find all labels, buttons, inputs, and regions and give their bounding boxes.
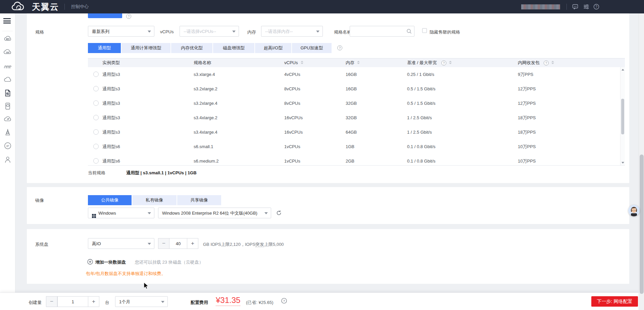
page-scrollbar[interactable]: [639, 13, 644, 310]
image-service-icon[interactable]: [3, 89, 12, 97]
tab-compute-enhanced[interactable]: 通用计算增强型: [121, 43, 170, 53]
count-plus-button[interactable]: +: [88, 296, 99, 307]
row-radio[interactable]: [93, 100, 99, 106]
table-row-6[interactable]: 通用型s6 s6.small.1 1vCPUs 1GB 0.1 / 0.8 Gb…: [88, 139, 625, 154]
cell-pps: 12万PPS: [518, 96, 536, 110]
col-spec-name: 规格名称: [194, 58, 211, 67]
vcpus-dropdown[interactable]: --请选择vCPUs--: [180, 26, 239, 37]
cloud-server-icon[interactable]: [3, 34, 12, 43]
elastic-scaling-icon[interactable]: [3, 61, 12, 70]
windows-logo-icon: [92, 211, 96, 215]
sort-bandwidth-icon[interactable]: [449, 61, 452, 64]
os-dropdown[interactable]: Windows: [88, 208, 154, 218]
tab-gpu-accelerated[interactable]: GPU加速型: [292, 43, 332, 53]
row-radio[interactable]: [93, 158, 99, 164]
disk-size-plus-button[interactable]: +: [187, 238, 198, 249]
spec-name-search-input[interactable]: [350, 26, 414, 37]
scroll-up-icon[interactable]: [622, 69, 624, 71]
cell-name: s3.4xlarge.2: [194, 110, 217, 125]
help-icon[interactable]: ?: [593, 4, 599, 10]
bandwidth-help-icon[interactable]: ?: [441, 60, 446, 65]
cloud-transfer-icon[interactable]: [3, 115, 12, 124]
cell-memory: 16GB: [346, 82, 357, 96]
pps-help-icon[interactable]: ?: [544, 60, 549, 65]
dedicated-host-icon[interactable]: [3, 128, 12, 137]
table-row-2[interactable]: 通用型s3 s3.2xlarge.2 8vCPUs 16GB 0.5 / 1.5…: [88, 82, 625, 96]
table-row-5[interactable]: 通用型s3 s3.4xlarge.4 16vCPUs 64GB 1 / 2.5 …: [88, 125, 625, 140]
cell-memory: 2GB: [346, 154, 354, 166]
refresh-icon[interactable]: [276, 210, 282, 217]
spec-name-label: 规格名称: [334, 29, 351, 35]
image-version-dropdown[interactable]: Windows 2008 Enterprise R2 64位 中文版(40GB): [158, 208, 271, 218]
billing-mode-selected-button-partial[interactable]: [88, 13, 122, 18]
bottom-action-bar: 创建量 − + 台 1个月 配置费用 ¥31.35 (已省: ¥25.65) ?…: [0, 293, 644, 310]
duration-dropdown[interactable]: 1个月: [115, 296, 168, 307]
svg-text:?: ?: [283, 299, 285, 303]
page-scrollbar-thumb[interactable]: [640, 154, 644, 294]
sort-memory-icon[interactable]: [357, 61, 360, 64]
sidebar-divider: [2, 31, 13, 31]
table-row-3[interactable]: 通用型s3 s3.2xlarge.4 8vCPUs 32GB 0.5 / 1.5…: [88, 96, 625, 111]
ctyun-logo-icon[interactable]: [10, 2, 28, 13]
table-row-4[interactable]: 通用型s3 s3.4xlarge.2 16vCPUs 32GB 1 / 2.5 …: [88, 110, 625, 125]
billing-help-icon[interactable]: ?: [126, 14, 131, 19]
elastic-ip-icon[interactable]: IP: [3, 141, 12, 150]
cloud-icon[interactable]: [3, 75, 12, 84]
cell-name: s3.2xlarge.2: [194, 82, 217, 96]
svg-text:IP: IP: [6, 144, 9, 148]
search-icon[interactable]: [406, 29, 412, 35]
count-input[interactable]: [57, 296, 88, 307]
tab-shared-image[interactable]: 共享镜像: [177, 195, 221, 205]
tab-general[interactable]: 通用型: [88, 43, 121, 53]
next-step-button[interactable]: 下一步: 网络配置: [591, 296, 638, 307]
table-scrollbar-thumb[interactable]: [621, 99, 624, 134]
row-radio[interactable]: [93, 86, 99, 91]
console-center-link[interactable]: 控制中心: [71, 0, 89, 13]
add-disk-hint: 您还可以挂载 23 块磁盘（云硬盘）: [135, 259, 203, 265]
series-dropdown[interactable]: 最新系列: [88, 26, 154, 37]
left-sidebar: IP: [0, 13, 15, 310]
count-minus-button[interactable]: −: [46, 296, 57, 307]
account-name-redacted[interactable]: [521, 4, 560, 9]
tab-disk-enhanced[interactable]: 磁盘增强型: [213, 43, 254, 53]
svg-text:?: ?: [595, 5, 597, 9]
cloud-phone-icon[interactable]: [3, 102, 12, 110]
row-radio[interactable]: [93, 144, 99, 149]
disk-size-minus-button[interactable]: −: [158, 238, 169, 249]
fee-help-icon[interactable]: ?: [281, 298, 287, 305]
table-scrollbar[interactable]: [620, 67, 625, 165]
cloud-host-icon[interactable]: [3, 48, 12, 56]
sort-pps-icon[interactable]: [551, 61, 554, 64]
chevron-down-icon: [148, 31, 151, 33]
menu-icon[interactable]: [3, 18, 11, 24]
col-pps: 内网收发包: [518, 58, 540, 67]
current-spec-value: 通用型 | s3.small.1 | 1vCPUs | 1GB: [126, 170, 197, 176]
row-radio[interactable]: [93, 115, 99, 120]
saved-amount: (已省: ¥25.65): [246, 300, 274, 306]
add-disk-button[interactable]: 增加一块数据盘: [95, 259, 126, 265]
message-icon[interactable]: [572, 4, 578, 10]
filter-settings-icon[interactable]: [583, 4, 589, 10]
row-radio[interactable]: [93, 129, 99, 135]
hide-soldout-checkbox[interactable]: [422, 28, 427, 33]
tab-memory-optimized[interactable]: 内存优化型: [171, 43, 212, 53]
family-help-icon[interactable]: ?: [337, 45, 342, 50]
tab-private-image[interactable]: 私有镜像: [132, 195, 177, 205]
table-row-1[interactable]: 通用型s3 s3.xlarge.4 4vCPUs 16GB 0.25 / 1 G…: [88, 67, 625, 82]
brand-name[interactable]: 天翼云: [32, 0, 59, 13]
iops-dotted-term: 突发: [255, 242, 264, 247]
table-row-7[interactable]: 通用型s6 s6.medium.2 1vCPUs 2GB 0.1 / 0.8 G…: [88, 154, 625, 166]
disk-size-input[interactable]: [169, 238, 187, 249]
cell-pps: 12万PPS: [518, 82, 536, 96]
disk-type-dropdown[interactable]: 高IO: [88, 238, 154, 249]
scroll-down-icon[interactable]: [622, 162, 624, 164]
memory-dropdown[interactable]: --请选择内存--: [261, 26, 323, 37]
tab-ultra-io[interactable]: 超高I/O型: [255, 43, 291, 53]
disk-label: 系统盘: [35, 241, 48, 248]
sort-vcpus-icon[interactable]: [301, 61, 303, 64]
user-icon[interactable]: [3, 155, 12, 164]
assistant-avatar[interactable]: [628, 205, 640, 216]
row-radio[interactable]: [93, 72, 99, 77]
tab-public-image[interactable]: 公共镜像: [88, 195, 132, 205]
add-disk-plus-icon[interactable]: [87, 259, 93, 266]
